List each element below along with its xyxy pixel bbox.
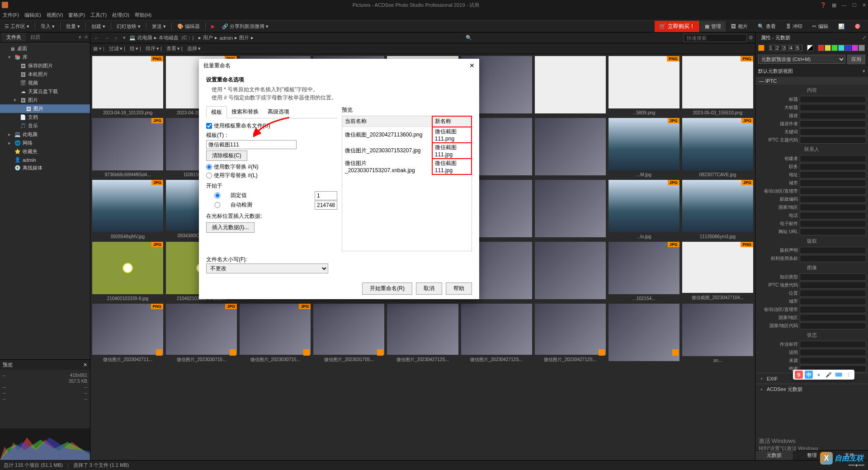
preview-new: 微信截图111.jpg <box>432 143 472 159</box>
opts-desc1: 使用 * 号将原始文件名插入到"模板"字段中。 <box>206 85 472 94</box>
case-select[interactable]: 不更改 <box>206 263 328 273</box>
cb-use-template[interactable] <box>206 123 212 129</box>
insert-metadata-button[interactable]: 插入元数据(I)... <box>206 222 255 233</box>
col-current: 当前名称 <box>342 116 432 127</box>
ime-bar[interactable]: S 中 ● 🎤 ⌨ ⋮ <box>793 370 854 380</box>
col-new: 新名称 <box>432 116 472 127</box>
preview-table: 当前名称 新名称 微信截图_20230427113600.png微信截图111.… <box>342 116 472 251</box>
template-input[interactable] <box>206 140 297 149</box>
start-rename-button[interactable]: 开始重命名(R) <box>362 282 412 295</box>
spin-auto[interactable] <box>315 201 337 210</box>
opts-heading: 设置重命名选项 <box>206 76 472 84</box>
batch-rename-dialog: 批量重命名 ✕ 设置重命名选项 使用 * 号将原始文件名插入到"模板"字段中。 … <box>199 59 479 299</box>
dtab-template[interactable]: 模板 <box>206 106 227 118</box>
preview-new: 微信截图111.png <box>432 127 472 143</box>
preview-current: 微信截图_20230427113600.png <box>342 127 432 143</box>
radio-alpha[interactable] <box>206 173 212 179</box>
dialog-close-icon[interactable]: ✕ <box>469 62 475 69</box>
dtab-search[interactable]: 搜索和替换 <box>227 106 263 118</box>
preview-current: 微信图片_20230307153207.xnbak.jpg <box>342 159 432 174</box>
help-button[interactable]: 帮助 <box>446 282 472 295</box>
preview-new: 微信截图111.jpg <box>432 159 472 174</box>
radio-numeric[interactable] <box>206 164 212 170</box>
dtab-advanced[interactable]: 高级选项 <box>263 106 294 118</box>
preview-label: 预览 <box>342 106 472 114</box>
dialog-overlay: 批量重命名 ✕ 设置重命名选项 使用 * 号将原始文件名插入到"模板"字段中。 … <box>0 0 868 470</box>
preview-current: 微信图片_20230307153207.jpg <box>342 143 432 159</box>
opts-desc2: 使用 # 号指定由数字或字母数字枚举器使用的位置。 <box>206 94 472 102</box>
radio-auto[interactable] <box>206 202 229 208</box>
spin-fixed[interactable] <box>315 191 337 200</box>
cancel-button[interactable]: 取消 <box>416 282 442 295</box>
dialog-title: 批量重命名 <box>203 62 231 70</box>
site-watermark: X 自由互联 <box>820 452 863 465</box>
radio-fixed[interactable] <box>206 193 229 198</box>
clear-template-button[interactable]: 清除模板(C) <box>206 150 247 161</box>
